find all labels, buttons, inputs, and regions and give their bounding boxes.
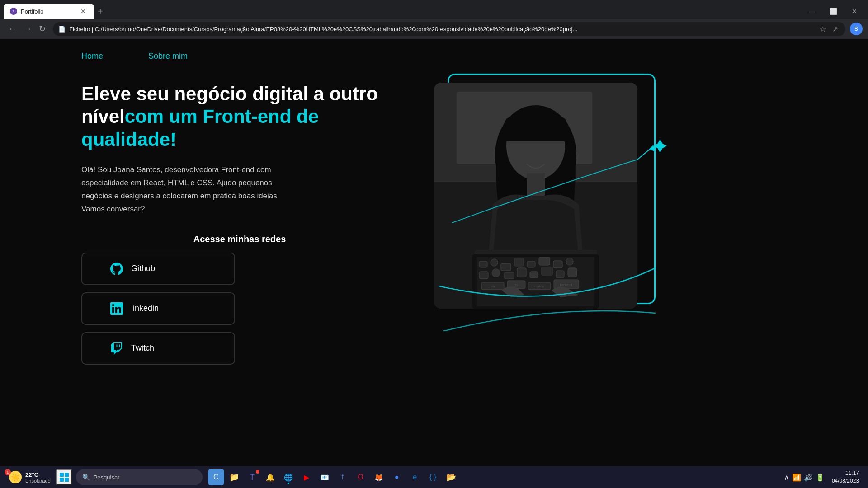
- search-icon: 🔍: [82, 474, 90, 481]
- system-tray: ∧ 📶 🔊 🔋: [784, 473, 825, 482]
- weather-widget[interactable]: 1 ☀️: [5, 471, 25, 483]
- svg-rect-8: [475, 250, 597, 254]
- profile-button[interactable]: B: [850, 23, 863, 35]
- hero-description: Olá! Sou Joana Santos, desenvolvedora Fr…: [81, 164, 289, 216]
- tab-title: Portifolio: [21, 8, 75, 15]
- taskbar-app-explorer[interactable]: 📁: [226, 469, 242, 485]
- windows-logo: [60, 473, 69, 482]
- linkedin-icon: [109, 301, 124, 316]
- svg-rect-20: [492, 269, 500, 277]
- svg-rect-11: [479, 261, 487, 267]
- taskbar-apps: C 📁 T 🔔 🌐 ▶ 📧 f: [208, 469, 459, 485]
- svg-rect-23: [530, 272, 538, 278]
- forward-button[interactable]: →: [21, 23, 34, 36]
- folder-icon: 📂: [446, 472, 456, 482]
- weather-condition: Ensolarado: [25, 478, 51, 483]
- taskbar-app-facebook[interactable]: f: [335, 469, 351, 485]
- tab-favicon: P: [10, 8, 17, 15]
- maximize-button[interactable]: ⬜: [822, 5, 844, 18]
- clock-time: 11:17: [832, 469, 859, 477]
- svg-rect-12: [491, 259, 498, 266]
- wifi-icon[interactable]: 📶: [792, 473, 801, 482]
- nav-about[interactable]: Sobre mim: [148, 52, 188, 61]
- reload-button[interactable]: ↻: [36, 22, 48, 36]
- explorer-icon: 📁: [229, 472, 239, 482]
- win-square-1: [60, 473, 64, 477]
- twitch-button[interactable]: Twitch: [81, 332, 235, 365]
- opera-icon: O: [358, 473, 363, 481]
- profile-image: uls 21 nodejs backend: [434, 83, 637, 309]
- firefox-icon: 🦊: [374, 473, 383, 482]
- taskbar-app-firefox[interactable]: 🦊: [371, 469, 387, 485]
- new-tab-button[interactable]: +: [94, 5, 107, 19]
- svg-text:21: 21: [514, 284, 518, 287]
- clock-date: 04/08/2023: [832, 477, 859, 485]
- linkedin-label: linkedin: [131, 304, 159, 313]
- battery-icon[interactable]: 🔋: [816, 473, 825, 482]
- close-button[interactable]: ✕: [844, 5, 864, 18]
- taskbar-app-teams[interactable]: T: [244, 469, 260, 485]
- svg-rect-14: [514, 258, 524, 266]
- svg-rect-13: [501, 263, 511, 271]
- taskbar-search[interactable]: 🔍 Pesquisar: [76, 469, 203, 485]
- taskbar-app-chrome[interactable]: 🌐: [280, 469, 297, 485]
- edge-icon: e: [413, 473, 417, 481]
- taskbar-app-outlook[interactable]: 📧: [316, 469, 333, 485]
- teams-notification: [256, 470, 259, 474]
- svg-rect-17: [553, 261, 562, 268]
- vscode-icon: { }: [429, 473, 436, 481]
- taskbar-app-music[interactable]: ▶: [298, 469, 315, 485]
- twitch-label: Twitch: [131, 343, 154, 353]
- cortana-icon: C: [213, 473, 219, 481]
- taskbar-app-google-chrome[interactable]: ●: [389, 469, 405, 485]
- twitch-icon: [109, 341, 124, 356]
- bookmark-button[interactable]: ☆: [818, 24, 828, 34]
- taskbar-app-cortana[interactable]: C: [208, 469, 224, 485]
- taskbar-app-vscode[interactable]: { }: [425, 469, 441, 485]
- browser-chrome: P Portifolio ✕ + — ⬜ ✕ ← → ↻ 📄 Ficheiro …: [0, 0, 868, 39]
- svg-text:uls: uls: [491, 285, 495, 288]
- taskbar-app-opera[interactable]: O: [353, 469, 369, 485]
- minimize-button[interactable]: —: [802, 5, 822, 18]
- chevron-up-icon[interactable]: ∧: [784, 473, 789, 482]
- linkedin-button[interactable]: linkedin: [81, 292, 235, 325]
- svg-text:backend: backend: [560, 283, 572, 286]
- search-placeholder: Pesquisar: [94, 474, 120, 481]
- svg-rect-24: [542, 267, 552, 275]
- volume-icon[interactable]: 🔊: [804, 473, 813, 482]
- svg-rect-22: [517, 268, 526, 277]
- taskbar-app-notif[interactable]: 🔔: [262, 469, 278, 485]
- taskbar-app-folder[interactable]: 📂: [443, 469, 459, 485]
- svg-rect-26: [568, 268, 577, 277]
- taskbar-app-edge[interactable]: e: [407, 469, 423, 485]
- weather-info: 22°C Ensolarado: [25, 471, 51, 483]
- address-input[interactable]: 📄 Ficheiro | C:/Users/bruno/OneDrive/Doc…: [53, 22, 845, 36]
- github-label: Github: [131, 264, 155, 273]
- social-title: Acesse minhas redes: [81, 234, 398, 244]
- svg-rect-25: [556, 271, 564, 278]
- taskbar: 1 ☀️ 22°C Ensolarado 🔍 Pesquisar C 📁 T: [0, 466, 868, 488]
- nav-home[interactable]: Home: [81, 52, 103, 61]
- outlook-icon: 📧: [320, 473, 329, 482]
- active-tab[interactable]: P Portifolio ✕: [4, 4, 94, 19]
- address-bar: ← → ↻ 📄 Ficheiro | C:/Users/bruno/OneDri…: [0, 19, 868, 39]
- svg-rect-7: [527, 173, 545, 196]
- back-button[interactable]: ←: [5, 23, 19, 36]
- navigation-buttons: ← → ↻: [5, 22, 48, 36]
- site-navigation: Home Sobre mim: [0, 39, 868, 74]
- address-text: Ficheiro | C:/Users/bruno/OneDrive/Docum…: [69, 26, 814, 33]
- social-section: Acesse minhas redes Github: [81, 234, 398, 365]
- main-section: Eleve seu negócio digital a outro nívelc…: [0, 74, 868, 381]
- svg-rect-15: [527, 261, 535, 267]
- weather-badge: 1: [5, 469, 11, 475]
- share-button[interactable]: ↗: [830, 24, 840, 34]
- svg-text:nodejs: nodejs: [535, 285, 544, 288]
- github-button[interactable]: Github: [81, 253, 235, 285]
- start-button[interactable]: [56, 469, 72, 485]
- tab-close-button[interactable]: ✕: [79, 7, 88, 16]
- taskbar-clock[interactable]: 11:17 04/08/2023: [828, 469, 863, 485]
- hero-title: Eleve seu negócio digital a outro nívelc…: [81, 83, 398, 151]
- window-controls: — ⬜ ✕: [802, 5, 864, 18]
- svg-rect-21: [504, 272, 514, 279]
- address-actions: ☆ ↗: [818, 24, 840, 34]
